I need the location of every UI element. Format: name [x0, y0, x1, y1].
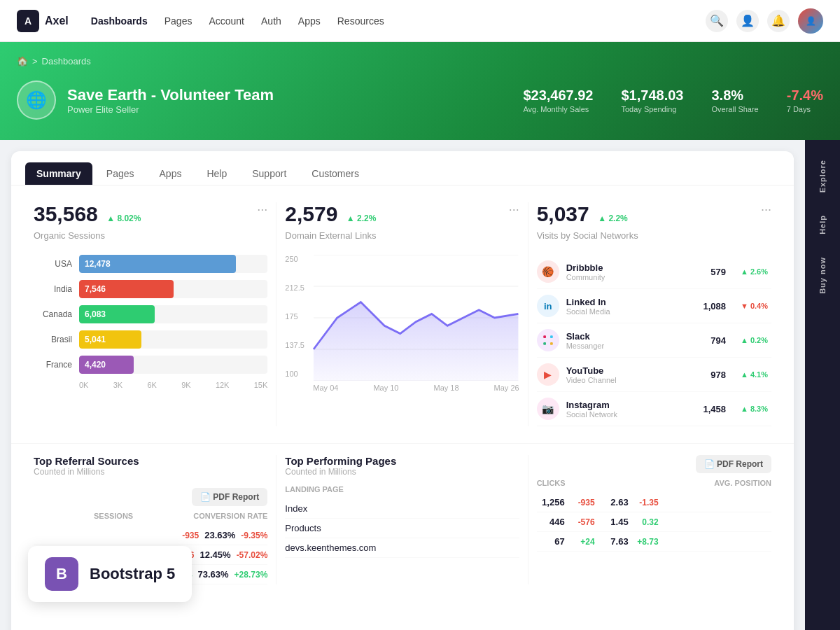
x-axis-labels: May 04 May 10 May 18 May 26	[313, 384, 519, 392]
bootstrap-watermark: B Bootstrap 5	[28, 546, 192, 602]
slack-change: ▲ 0.2%	[737, 335, 771, 346]
top-pages-subtitle: Counted in Millions	[285, 467, 519, 477]
referral-title: Top Referral Sources	[34, 455, 139, 467]
line-chart-container: 250 212.5 175 137.5 100	[285, 255, 519, 392]
metric2-label: Domain External Links	[285, 230, 519, 241]
nav-auth[interactable]: Auth	[261, 15, 281, 27]
social-linkedin: in Linked In Social Media 1,088 ▼ 0.4%	[537, 289, 771, 323]
table-row-products: Products	[285, 519, 519, 538]
youtube-info: YouTube Video Channel	[566, 365, 687, 384]
bar-fill-brasil: 5,041	[79, 330, 141, 349]
svg-rect-8	[550, 342, 553, 345]
instagram-change: ▲ 8.3%	[737, 403, 771, 414]
slack-info: Slack Messanger	[566, 331, 687, 350]
hero-content: 🌐 Save Earth - Volunteer Team Power Elit…	[17, 80, 823, 120]
stat-today-spending: $1,748.03 Today Spending	[622, 88, 684, 113]
tab-help[interactable]: Help	[195, 162, 238, 185]
stat-7days: -7.4% 7 Days	[787, 88, 823, 113]
stat-overall-share-value: 3.8%	[711, 88, 758, 104]
dribbble-info: Dribbble Community	[566, 262, 687, 281]
brand[interactable]: A Axel	[17, 10, 69, 32]
sidebar-explore-btn[interactable]: Explore	[816, 154, 830, 198]
sidebar-buynow-btn[interactable]: Buy now	[816, 251, 830, 300]
stat-7days-value: -7.4%	[787, 88, 823, 104]
social-instagram: 📷 Instagram Social Network 1,458 ▲ 8.3%	[537, 392, 771, 426]
tab-apps[interactable]: Apps	[148, 162, 193, 185]
pdf-report-btn-left[interactable]: 📄 PDF Report	[192, 488, 267, 506]
nav-pages[interactable]: Pages	[164, 15, 192, 27]
card-tabs: Summary Pages Apps Help Support Customer…	[11, 151, 794, 186]
bar-row-brasil: Brasil 5,041	[34, 330, 267, 349]
right-sidebar: Explore Help Buy now	[805, 140, 840, 630]
nav-apps[interactable]: Apps	[298, 15, 321, 27]
clicks-row-1: 1,256 -935 2.63 -1.35	[537, 493, 771, 512]
linkedin-name: Linked In	[566, 297, 687, 307]
breadcrumb-home-icon[interactable]: 🏠	[17, 56, 28, 66]
bar-chart: USA 12,478 India 7,546 Canada	[34, 255, 267, 389]
avatar[interactable]: 👤	[798, 8, 823, 34]
bootstrap-icon: B	[45, 557, 78, 591]
stat-overall-share: 3.8% Overall Share	[711, 88, 758, 113]
social-youtube: ▶ YouTube Video Channel 978 ▲ 4.1%	[537, 358, 771, 392]
nav-right: 🔍 👤 🔔 👤	[706, 8, 823, 34]
user-menu-icon[interactable]: 👤	[736, 10, 759, 32]
stat-7days-label: 7 Days	[787, 105, 823, 113]
clicks-row-2: 446 -576 1.45 0.32	[537, 512, 771, 532]
metric2-header: 2,579 ▲ 2.2% ···	[285, 202, 519, 226]
tab-summary[interactable]: Summary	[25, 162, 92, 185]
navbar: A Axel Dashboards Pages Account Auth App…	[0, 0, 840, 42]
top-pages-title: Top Performing Pages	[285, 455, 519, 467]
metric3-more-icon[interactable]: ···	[761, 202, 771, 217]
metric1-badge: ▲ 8.02%	[106, 214, 141, 223]
slack-icon	[537, 329, 559, 351]
brand-icon: A	[17, 10, 39, 32]
breadcrumb-separator: >	[32, 56, 38, 66]
metric3-label: Visits by Social Networks	[537, 230, 771, 241]
line-chart-svg	[313, 255, 519, 381]
nav-account[interactable]: Account	[209, 15, 244, 27]
youtube-type: Video Channel	[566, 376, 687, 384]
notifications-icon[interactable]: 🔔	[767, 10, 790, 32]
dribbble-count: 579	[694, 267, 726, 277]
social-slack: Slack Messanger 794 ▲ 0.2%	[537, 323, 771, 358]
metric1-more-icon[interactable]: ···	[257, 202, 267, 217]
tab-support[interactable]: Support	[241, 162, 298, 185]
tab-pages[interactable]: Pages	[95, 162, 146, 185]
clicks-table-header: CLICKS AVG. POSITION	[537, 479, 771, 487]
bar-fill-india: 7,546	[79, 280, 174, 298]
dribbble-type: Community	[566, 273, 687, 281]
bar-row-usa: USA 12,478	[34, 255, 267, 273]
bar-axis: 0K 3K 6K 9K 12K 15K	[34, 381, 267, 389]
nav-dashboards[interactable]: Dashboards	[91, 15, 148, 27]
bar-row-france: France 4,420	[34, 356, 267, 374]
instagram-info: Instagram Social Network	[566, 400, 687, 419]
referral-subtitle: Counted in Millions	[34, 467, 139, 477]
sidebar-help-btn[interactable]: Help	[816, 209, 830, 240]
nav-links: Dashboards Pages Account Auth Apps Resou…	[91, 15, 706, 27]
top-pages-header: LANDING PAGE	[285, 485, 519, 493]
hero-stats: $23,467.92 Avg. Monthly Sales $1,748.03 …	[523, 88, 823, 113]
instagram-type: Social Network	[566, 410, 687, 419]
metric1-value: 35,568	[34, 202, 98, 225]
table-row: -935 23.63% -9.35%	[34, 526, 267, 545]
clicks-row-3: 67 +24 7.63 +8.73	[537, 532, 771, 552]
youtube-count: 978	[694, 370, 726, 380]
metric3-value: 5,037	[537, 202, 589, 225]
metric2-more-icon[interactable]: ···	[509, 202, 519, 217]
breadcrumb: 🏠 > Dashboards	[17, 56, 823, 66]
social-networks-section: 5,037 ▲ 2.2% ··· Visits by Social Networ…	[528, 202, 780, 426]
search-icon[interactable]: 🔍	[706, 10, 728, 32]
slack-type: Messanger	[566, 342, 687, 350]
dribbble-change: ▲ 2.6%	[737, 266, 771, 277]
tab-customers[interactable]: Customers	[300, 162, 370, 185]
bar-label-usa: USA	[34, 259, 72, 269]
stat-today-spending-label: Today Spending	[622, 105, 684, 113]
top-pages-section: Top Performing Pages Counted in Millions…	[276, 455, 528, 584]
bar-outer-canada: 6,083	[79, 305, 267, 323]
hero-title: Save Earth - Volunteer Team	[67, 86, 274, 104]
linkedin-count: 1,088	[694, 301, 726, 312]
pdf-report-btn-right[interactable]: 📄 PDF Report	[696, 455, 771, 473]
bar-label-france: France	[34, 360, 72, 370]
nav-resources[interactable]: Resources	[337, 15, 384, 27]
social-dribbble: 🏀 Dribbble Community 579 ▲ 2.6%	[537, 255, 771, 289]
